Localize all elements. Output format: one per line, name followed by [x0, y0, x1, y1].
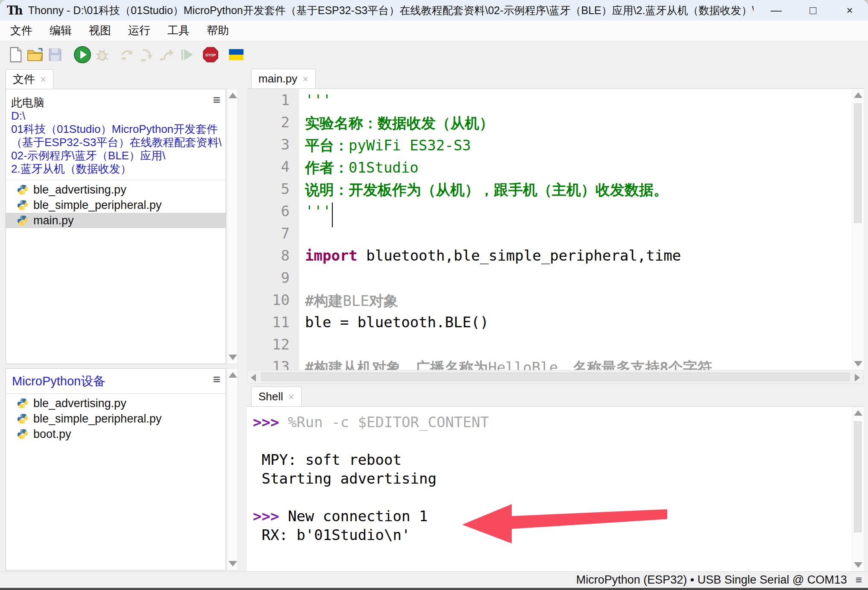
code-segment: ，名称最多支持8个字符 — [558, 359, 712, 370]
text-caret — [332, 203, 333, 227]
device-panel-menu-icon[interactable]: ≡ — [213, 373, 220, 386]
scroll-up-icon[interactable] — [854, 92, 862, 98]
menu-item-view[interactable]: 视图 — [80, 21, 120, 41]
device-panel-scrollbar[interactable] — [227, 368, 238, 570]
tree-path-line[interactable]: 01科技（01Studio）MicroPython开发套件 — [11, 123, 226, 136]
code-segment: New connection 1 — [288, 508, 428, 525]
code-segment: MPY: soft reboot — [253, 451, 402, 468]
tree-path-line[interactable]: （基于ESP32-S3平台）在线教程配套资料\ — [11, 136, 226, 149]
code-line-text: #构建从机对象，广播名称为HelloBle，名称最多支持8个字符 — [305, 358, 712, 370]
open-file-button[interactable] — [26, 45, 45, 65]
tree-path-line[interactable]: D:\ — [11, 109, 226, 123]
shell-line: MPY: soft reboot — [253, 451, 864, 470]
menu-item-edit[interactable]: 编辑 — [41, 21, 80, 41]
scroll-right-icon[interactable] — [855, 374, 860, 382]
stop-restart-button[interactable]: STOP — [201, 45, 220, 65]
scrollbar-thumb[interactable] — [261, 373, 850, 381]
shell-line — [253, 432, 864, 451]
code-segment: 作者： — [305, 159, 349, 176]
scroll-up-icon[interactable] — [854, 410, 862, 416]
tab-close-icon[interactable]: × — [288, 391, 294, 403]
code-segment: BLE — [343, 292, 369, 309]
minimize-button[interactable]: — — [758, 0, 795, 21]
code-segment: Starting advertising — [253, 470, 437, 487]
save-file-button[interactable] — [45, 45, 65, 65]
maximize-button[interactable]: □ — [795, 0, 831, 21]
scroll-up-icon[interactable] — [229, 372, 237, 378]
code-segment: HelloBle — [488, 359, 558, 370]
menu-item-tools[interactable]: 工具 — [159, 21, 198, 41]
scroll-down-icon[interactable] — [229, 561, 237, 567]
code-segment: import — [305, 247, 358, 264]
file-name: ble_advertising.py — [33, 397, 126, 410]
micropython-device-panel[interactable]: ≡ MicroPython设备 ble_advertising.py ble_s… — [6, 368, 226, 570]
thonny-logo-icon: Th — [7, 4, 22, 17]
menu-item-help[interactable]: 帮助 — [198, 21, 238, 41]
resume-button[interactable] — [177, 45, 196, 65]
file-row[interactable]: ble_simple_peripheral.py — [6, 411, 226, 426]
close-button[interactable]: × — [831, 0, 868, 21]
files-panel-menu-icon[interactable]: ≡ — [213, 94, 220, 106]
files-panel[interactable]: ≡ 此电脑D:\01科技（01Studio）MicroPython开发套件（基于… — [6, 89, 226, 364]
code-editor[interactable]: 1'''2实验名称：数据收发（从机）3平台：pyWiFi ES32-S34作者：… — [247, 89, 864, 370]
file-row[interactable]: ble_advertising.py — [6, 182, 226, 197]
files-panel-scrollbar[interactable] — [227, 89, 238, 364]
file-name: main.py — [33, 214, 74, 227]
new-file-button[interactable] — [6, 45, 26, 65]
line-number: 5 — [247, 180, 290, 197]
python-file-icon — [17, 184, 28, 195]
tree-node-this-pc[interactable]: 此电脑 — [11, 96, 226, 109]
menu-item-file[interactable]: 文件 — [2, 21, 41, 41]
editor-vertical-scrollbar[interactable] — [852, 89, 864, 370]
shell-vertical-scrollbar[interactable] — [852, 407, 864, 571]
file-row[interactable]: boot.py — [6, 426, 226, 442]
local-file-list: ble_advertising.py ble_simple_peripheral… — [6, 180, 226, 228]
code-segment: #构建从机对象，广播名称为 — [305, 359, 488, 370]
file-row[interactable]: main.py — [6, 213, 226, 228]
code-segment: 说明：开发板作为（从机），跟手机（主机）收发数据。 — [305, 181, 668, 198]
code-segment: ''' — [305, 91, 331, 109]
code-line: 11ble = bluetooth.BLE() — [247, 314, 864, 336]
tree-path-line[interactable]: 2.蓝牙从机（数据收发） — [11, 162, 226, 176]
support-ukraine-flag-icon[interactable] — [226, 45, 246, 65]
step-over-button[interactable] — [118, 45, 138, 65]
line-number: 13 — [247, 358, 290, 370]
code-segment: pyWiFi ES32-S3 — [349, 137, 471, 154]
scroll-down-icon[interactable] — [854, 562, 862, 568]
tab-shell[interactable]: Shell × — [251, 387, 302, 406]
step-into-button[interactable] — [138, 45, 157, 65]
tab-main-py[interactable]: main.py × — [251, 69, 316, 88]
shell-tab-row: Shell × — [247, 386, 864, 407]
tab-close-icon[interactable]: × — [40, 73, 46, 85]
line-number: 12 — [247, 336, 290, 353]
status-menu-icon[interactable]: ≡ — [856, 573, 862, 587]
file-row[interactable]: ble_simple_peripheral.py — [6, 197, 226, 213]
file-name: ble_advertising.py — [33, 183, 126, 197]
line-number: 9 — [247, 269, 290, 286]
scroll-up-icon[interactable] — [229, 93, 237, 98]
file-name: boot.py — [33, 428, 71, 441]
code-segment: 01Studio — [349, 159, 419, 176]
debug-script-button[interactable] — [92, 45, 112, 65]
code-segment: ''' — [305, 203, 331, 220]
code-line-text: 实验名称：数据收发（从机） — [305, 114, 494, 133]
editor-horizontal-scrollbar[interactable] — [247, 370, 864, 384]
tab-files[interactable]: 文件 × — [6, 69, 53, 89]
thonny-window: Th Thonny - D:\01科技（01Studio）MicroPython… — [0, 0, 868, 590]
scroll-left-icon[interactable] — [251, 374, 256, 382]
scrollbar-thumb[interactable] — [854, 421, 862, 532]
file-row[interactable]: ble_advertising.py — [6, 396, 226, 411]
code-line: 6''' — [247, 203, 864, 225]
scrollbar-thumb[interactable] — [854, 103, 862, 223]
code-line-text: import bluetooth,ble_simple_peripheral,t… — [305, 247, 681, 264]
line-number: 8 — [247, 247, 290, 264]
scroll-down-icon[interactable] — [229, 355, 237, 360]
menu-item-run[interactable]: 运行 — [120, 21, 159, 41]
tree-path-line[interactable]: 02-示例程序\蓝牙（BLE）应用\ — [11, 149, 226, 162]
title-bar: Th Thonny - D:\01科技（01Studio）MicroPython… — [0, 0, 868, 21]
step-out-button[interactable] — [157, 45, 177, 65]
code-segment: 对象 — [369, 292, 398, 309]
scroll-down-icon[interactable] — [854, 361, 862, 367]
tab-close-icon[interactable]: × — [302, 73, 308, 85]
run-script-button[interactable] — [73, 45, 92, 65]
